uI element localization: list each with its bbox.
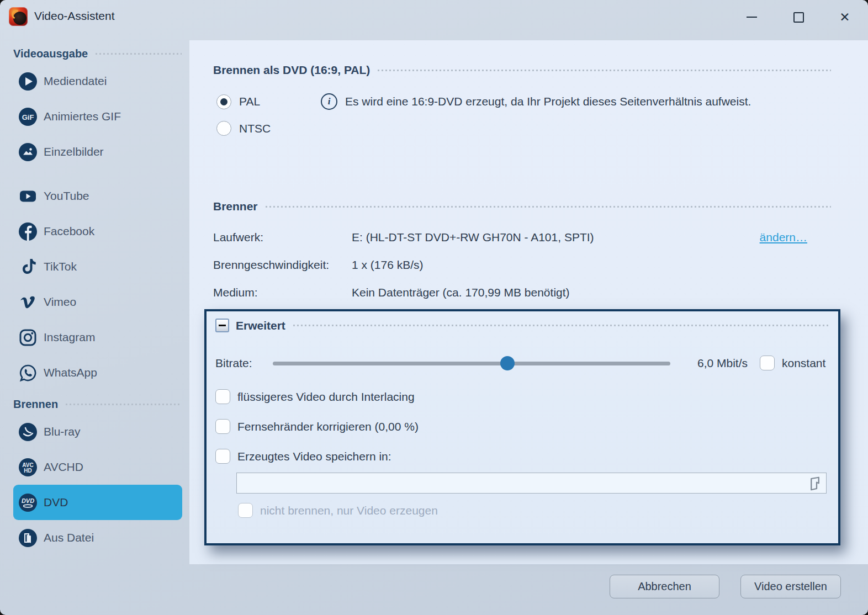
- advanced-heading: Erweitert: [236, 319, 285, 332]
- medium-value: Kein Datenträger (ca. 170,99 MB benötigt…: [352, 286, 831, 299]
- dotted-divider: [66, 404, 182, 405]
- create-video-button[interactable]: Video erstellen: [740, 575, 841, 598]
- heading-label: Brennen als DVD (16:9, PAL): [213, 63, 370, 77]
- facebook-icon: [19, 222, 37, 241]
- whatsapp-icon: [19, 364, 37, 382]
- minimize-icon: [747, 17, 757, 18]
- sidebar-item-bluray[interactable]: Blu-ray: [13, 414, 182, 449]
- tv-borders-label: Fernsehränder korrigieren (0,00 %): [237, 420, 419, 433]
- tiktok-icon: [19, 258, 37, 276]
- svg-text:GiF: GiF: [22, 113, 34, 121]
- dotted-divider: [266, 206, 831, 208]
- section-label: Brennen: [13, 398, 58, 411]
- instagram-icon: [19, 328, 37, 347]
- pal-radio[interactable]: [216, 94, 231, 109]
- save-path-row: [236, 473, 829, 494]
- slider-thumb[interactable]: [500, 356, 515, 370]
- sidebar-item-label: TikTok: [44, 260, 77, 273]
- app-logo-icon: [9, 7, 28, 26]
- sidebar-item-whatsapp[interactable]: WhatsApp: [13, 355, 182, 390]
- youtube-icon: [19, 187, 37, 205]
- bitrate-slider[interactable]: [273, 356, 670, 370]
- slider-track: [273, 362, 670, 365]
- gif-icon: GiF: [19, 108, 37, 126]
- konstant-checkbox[interactable]: [760, 356, 775, 370]
- tv-borders-checkbox[interactable]: [215, 419, 230, 434]
- section-heading-brenner: Brenner: [213, 200, 831, 213]
- advanced-header: Erweitert: [215, 319, 829, 332]
- vimeo-icon: [19, 293, 37, 311]
- section-label: Videoausgabe: [13, 47, 88, 60]
- svg-text:DVD: DVD: [22, 497, 34, 504]
- burn-speed-label: Brenngeschwindigkeit:: [213, 258, 352, 272]
- minimize-button[interactable]: [739, 4, 764, 30]
- sidebar-item-facebook[interactable]: Facebook: [13, 214, 182, 249]
- change-drive-link[interactable]: ändern…: [760, 231, 807, 244]
- app-window: Video-Assistent ✕ Videoausgabe Mediendat…: [0, 0, 868, 615]
- sidebar-item-dvd[interactable]: DVD DVD: [13, 485, 182, 520]
- save-video-label: Erzeugtes Video speichern in:: [237, 450, 391, 463]
- medium-label: Medium:: [213, 286, 352, 299]
- minus-icon: [219, 325, 226, 326]
- sidebar-section-brennen: Brennen: [13, 398, 182, 411]
- no-burn-row: nicht brennen, nur Video erzeugen: [238, 503, 829, 518]
- pal-radio-row: PAL i Es wird eine 16:9-DVD erzeugt, da …: [213, 93, 831, 110]
- maximize-button[interactable]: [786, 4, 811, 30]
- info-icon: i: [321, 93, 337, 110]
- ntsc-radio[interactable]: [216, 121, 231, 136]
- cancel-button[interactable]: Abbrechen: [610, 575, 719, 598]
- sidebar-item-einzelbilder[interactable]: Einzelbilder: [13, 134, 182, 169]
- sidebar-item-label: Mediendatei: [44, 75, 107, 88]
- no-burn-checkbox: [238, 503, 253, 518]
- tv-borders-row: Fernsehränder korrigieren (0,00 %): [215, 419, 829, 434]
- bluray-icon: [19, 423, 37, 441]
- sidebar-item-label: Einzelbilder: [44, 145, 104, 158]
- collapse-button[interactable]: [215, 319, 229, 332]
- sidebar-item-label: Aus Datei: [44, 531, 94, 544]
- advanced-panel: Erweitert Bitrate: 6,0 Mbit/s konstant f…: [204, 309, 840, 545]
- sidebar-item-vimeo[interactable]: Vimeo: [13, 284, 182, 320]
- sidebar-item-tiktok[interactable]: TikTok: [13, 249, 182, 284]
- images-icon: [19, 143, 37, 161]
- pal-radio-label: PAL: [239, 95, 321, 108]
- close-icon: ✕: [839, 11, 850, 24]
- sidebar-section-videoausgabe: Videoausgabe: [13, 47, 182, 60]
- file-icon: [19, 529, 37, 547]
- sidebar-item-instagram[interactable]: Instagram: [13, 320, 182, 355]
- close-button[interactable]: ✕: [832, 4, 858, 30]
- interlacing-label: flüssigeres Video durch Interlacing: [237, 390, 415, 404]
- sidebar-item-aus-datei[interactable]: Aus Datei: [13, 520, 182, 555]
- browse-folder-button[interactable]: [806, 475, 824, 492]
- medium-row: Medium: Kein Datenträger (ca. 170,99 MB …: [213, 286, 831, 299]
- sidebar-item-label: Animiertes GIF: [44, 110, 121, 123]
- sidebar-item-mediendatei[interactable]: Mediendatei: [13, 63, 182, 99]
- laufwerk-row: Laufwerk: E: (HL-DT-ST DVD+-RW GH70N - A…: [213, 231, 831, 244]
- interlacing-row: flüssigeres Video durch Interlacing: [215, 389, 829, 404]
- window-title: Video-Assistent: [34, 9, 115, 23]
- aspect-info-text: Es wird eine 16:9-DVD erzeugt, da Ihr Pr…: [345, 95, 751, 108]
- interlacing-checkbox[interactable]: [215, 389, 230, 404]
- play-icon: [19, 72, 37, 91]
- create-video-button-label: Video erstellen: [754, 580, 827, 593]
- brenngeschwindigkeit-row: Brenngeschwindigkeit: 1 x (176 kB/s): [213, 258, 831, 272]
- avchd-icon: AVCHD: [19, 458, 37, 476]
- bitrate-value: 6,0 Mbit/s: [688, 357, 748, 370]
- svg-text:HD: HD: [24, 467, 31, 473]
- sidebar-item-label: YouTube: [44, 189, 89, 203]
- sidebar-item-avchd[interactable]: AVCHD AVCHD: [13, 449, 182, 485]
- sidebar-item-animiertes-gif[interactable]: GiF Animiertes GIF: [13, 99, 182, 134]
- dotted-divider: [293, 325, 829, 326]
- no-burn-label: nicht brennen, nur Video erzeugen: [260, 504, 438, 517]
- laufwerk-label: Laufwerk:: [213, 231, 352, 244]
- cancel-button-label: Abbrechen: [638, 580, 691, 593]
- sidebar-item-label: DVD: [44, 496, 68, 509]
- sidebar-item-label: WhatsApp: [44, 366, 97, 379]
- folder-icon: [807, 475, 823, 492]
- dotted-divider: [96, 53, 182, 55]
- sidebar-item-youtube[interactable]: YouTube: [13, 178, 182, 214]
- titlebar: Video-Assistent ✕: [0, 0, 868, 34]
- ntsc-radio-label: NTSC: [239, 122, 271, 135]
- save-path-input[interactable]: [237, 473, 826, 493]
- save-video-checkbox[interactable]: [215, 449, 230, 464]
- sidebar-item-label: AVCHD: [44, 460, 83, 474]
